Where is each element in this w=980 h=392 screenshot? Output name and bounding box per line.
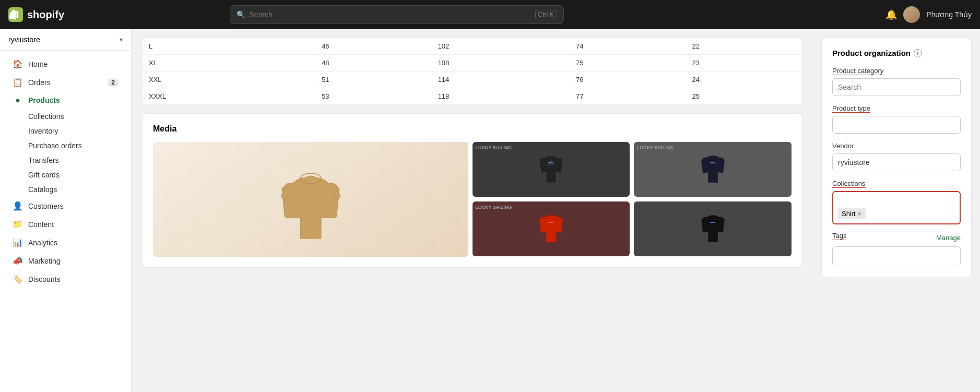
col2-cell: 114 xyxy=(432,72,570,88)
manage-link[interactable]: Manage xyxy=(936,234,961,242)
sidebar-item-label: Orders xyxy=(28,78,51,87)
product-org-card: Product organization i Product category … xyxy=(821,38,972,277)
collections-input[interactable] xyxy=(837,197,955,205)
media-thumb-3[interactable]: LUCKY SAILING xyxy=(473,201,630,256)
size-table-card: L 46 102 74 22 XL 48 108 75 23 xyxy=(142,38,802,105)
size-cell: XXL xyxy=(143,72,315,88)
tags-input-box[interactable] xyxy=(832,246,961,266)
sidebar-item-purchase-orders[interactable]: Purchase orders xyxy=(4,138,127,153)
sidebar-item-label: Analytics xyxy=(28,239,57,247)
sidebar-item-label: Products xyxy=(28,96,60,104)
sidebar-item-transfers[interactable]: Transfers xyxy=(4,153,127,168)
sidebar-item-gift-cards[interactable]: Gift cards xyxy=(4,168,127,182)
product-type-label[interactable]: Product type xyxy=(832,104,870,113)
sidebar-item-marketing[interactable]: 📣 Marketing xyxy=(4,252,127,270)
sidebar-item-collections[interactable]: Collections xyxy=(4,109,127,124)
sidebar-item-home[interactable]: 🏠 Home xyxy=(4,55,127,73)
size-cell: XL xyxy=(143,55,315,72)
col2-cell: 118 xyxy=(432,88,570,105)
topbar-logo: shopify xyxy=(8,7,64,22)
main-content: L 46 102 74 22 XL 48 108 75 23 xyxy=(132,29,980,392)
col4-cell: 22 xyxy=(686,38,802,55)
shirt-svg-3 xyxy=(537,212,565,246)
col4-cell: 23 xyxy=(686,55,802,72)
home-icon: 🏠 xyxy=(13,59,23,69)
center-panel: L 46 102 74 22 XL 48 108 75 23 xyxy=(132,29,813,392)
topbar: shopify 🔍 Ctrl K 🔔 Phương Thủy xyxy=(0,0,980,29)
product-category-input[interactable] xyxy=(832,78,961,96)
shirt-tag-remove[interactable]: × xyxy=(858,210,861,218)
col3-cell: 76 xyxy=(570,72,686,88)
sweater-svg xyxy=(277,158,345,241)
col2-cell: 102 xyxy=(432,38,570,55)
tags-row: Tags Manage xyxy=(832,232,961,243)
sidebar-item-analytics[interactable]: 📊 Analytics xyxy=(4,233,127,252)
avatar[interactable] xyxy=(903,6,920,23)
col1-cell: 51 xyxy=(315,72,432,88)
customers-icon: 👤 xyxy=(13,201,23,211)
shirt-tag-chip: Shirt × xyxy=(837,208,866,219)
product-org-title: Product organization i xyxy=(832,49,961,57)
media-grid: LUCKY SAILING LUCKY SAILING xyxy=(153,142,792,257)
col4-cell: 25 xyxy=(686,88,802,105)
sidebar-item-label: Home xyxy=(28,60,48,68)
analytics-icon: 📊 xyxy=(13,237,23,247)
orders-badge: 2 xyxy=(108,78,119,87)
brand-label-3: LUCKY SAILING xyxy=(476,205,512,210)
vendor-label: Vendor xyxy=(832,142,854,150)
products-sub-nav: Collections Inventory Purchase orders Tr… xyxy=(0,109,131,197)
col1-cell: 53 xyxy=(315,88,432,105)
product-category-label[interactable]: Product category xyxy=(832,67,883,75)
media-title: Media xyxy=(153,124,792,134)
sidebar-item-label: Marketing xyxy=(28,257,60,265)
chevron-down-icon: ▾ xyxy=(120,36,123,43)
sidebar-item-label: Discounts xyxy=(28,275,60,283)
media-thumb-1[interactable]: LUCKY SAILING xyxy=(473,142,630,197)
tags-input[interactable] xyxy=(838,252,955,260)
main-nav-list: 🏠 Home 📋 Orders 2 ● Products Collections… xyxy=(0,51,131,292)
collections-box: Shirt × xyxy=(832,191,961,224)
size-table: L 46 102 74 22 XL 48 108 75 23 xyxy=(143,38,802,104)
brand-label-2: LUCKY SAILING xyxy=(637,145,674,150)
info-icon[interactable]: i xyxy=(914,49,922,57)
app-body: ryviustore ▾ 🏠 Home 📋 Orders 2 ● Product… xyxy=(0,29,980,392)
product-type-input[interactable] xyxy=(832,116,961,134)
shirt-svg-1 xyxy=(537,152,565,186)
sidebar-item-catalogs[interactable]: Catalogs xyxy=(4,182,127,197)
size-cell: XXXL xyxy=(143,88,315,105)
sidebar-item-discounts[interactable]: 🏷️ Discounts xyxy=(4,270,127,288)
store-selector[interactable]: ryviustore ▾ xyxy=(0,29,131,51)
sidebar-item-customers[interactable]: 👤 Customers xyxy=(4,197,127,215)
sidebar-item-label: Customers xyxy=(28,202,64,210)
col3-cell: 74 xyxy=(570,38,686,55)
discounts-icon: 🏷️ xyxy=(13,274,23,284)
search-input[interactable] xyxy=(250,10,531,19)
notifications-icon[interactable]: 🔔 xyxy=(885,9,897,20)
sidebar-item-products[interactable]: ● Products xyxy=(4,91,127,109)
topbar-right: 🔔 Phương Thủy xyxy=(885,6,972,23)
sidebar: ryviustore ▾ 🏠 Home 📋 Orders 2 ● Product… xyxy=(0,29,132,392)
products-icon: ● xyxy=(13,96,23,105)
col1-cell: 46 xyxy=(315,38,432,55)
collections-label[interactable]: Collections xyxy=(832,180,866,188)
avatar-image xyxy=(903,6,920,23)
sidebar-item-inventory[interactable]: Inventory xyxy=(4,124,127,138)
media-main-image[interactable] xyxy=(153,142,468,257)
sidebar-item-orders[interactable]: 📋 Orders 2 xyxy=(4,73,127,91)
shopify-text: shopify xyxy=(27,9,64,21)
col4-cell: 24 xyxy=(686,72,802,88)
sidebar-item-label: Content xyxy=(28,220,54,229)
media-thumb-4[interactable]: LUCKY SAILING xyxy=(634,201,792,256)
brand-label-1: LUCKY SAILING xyxy=(476,145,512,150)
table-row: XXXL 53 118 77 25 xyxy=(143,88,802,105)
vendor-input[interactable] xyxy=(832,153,961,171)
shirt-tag-label: Shirt xyxy=(842,210,856,218)
media-thumb-2[interactable]: LUCKY SAILING xyxy=(634,142,792,197)
content-icon: 📁 xyxy=(13,219,23,229)
sidebar-item-content[interactable]: 📁 Content xyxy=(4,215,127,233)
shirt-svg-2 xyxy=(699,152,727,186)
col3-cell: 77 xyxy=(570,88,686,105)
tags-label[interactable]: Tags xyxy=(832,232,846,240)
topbar-search-bar[interactable]: 🔍 Ctrl K xyxy=(230,5,564,24)
username-label: Phương Thủy xyxy=(926,10,972,19)
